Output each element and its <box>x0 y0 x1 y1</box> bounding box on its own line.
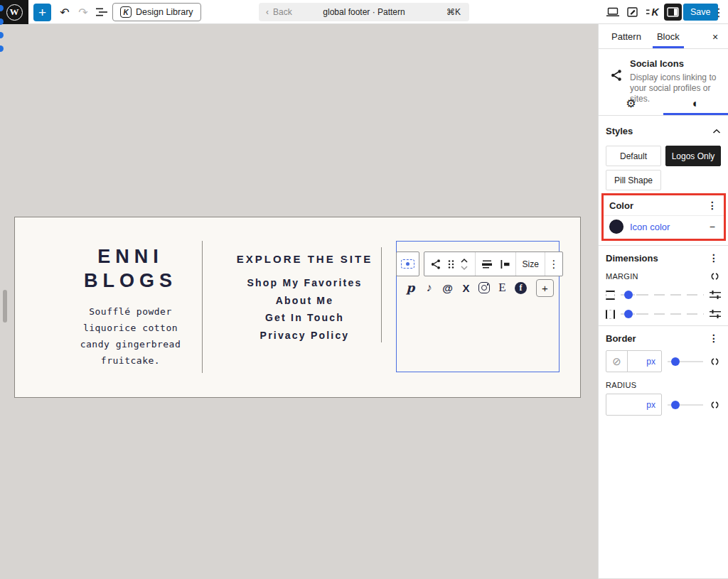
radius-input[interactable]: px <box>606 394 662 416</box>
size-dropdown-button[interactable]: Size <box>523 259 539 269</box>
drag-handle[interactable] <box>448 259 454 269</box>
command-palette-bar[interactable]: ‹ Back global footer · Pattern ⌘K <box>259 3 469 21</box>
dimensions-heading: Dimensions <box>606 253 658 264</box>
select-parent-block-button[interactable] <box>396 251 419 276</box>
block-card: Social Icons Display icons linking to yo… <box>599 49 728 92</box>
chevron-up-icon <box>712 129 721 134</box>
tab-block[interactable]: Block <box>653 24 684 48</box>
margin-vertical-slider[interactable] <box>621 291 704 299</box>
x-twitter-icon[interactable]: X <box>460 282 472 294</box>
site-title[interactable]: ENNI BLOGS <box>43 244 218 293</box>
design-library-icon: K <box>120 6 132 18</box>
slider-thumb[interactable] <box>671 401 680 409</box>
dimensions-options-button[interactable]: ⋮ <box>707 253 721 264</box>
radius-slider[interactable] <box>668 401 703 409</box>
border-width-slider[interactable] <box>668 357 703 366</box>
radius-label: RADIUS <box>606 381 636 389</box>
link-border-sides-button[interactable] <box>709 357 721 366</box>
style-option-pill-shape[interactable]: Pill Shape <box>606 170 661 190</box>
slider-thumb[interactable] <box>671 357 680 366</box>
remove-color-icon[interactable]: − <box>710 221 718 232</box>
social-icons-block-selected[interactable]: Size ⋮ p ♪ @ X E f + <box>396 241 560 372</box>
slider-thumb[interactable] <box>624 310 633 318</box>
list-view-button[interactable] <box>92 4 111 21</box>
nav-link-privacy[interactable]: Privacy Policy <box>225 327 385 345</box>
footer-pattern-preview: ENNI BLOGS Soufflé powder liquorice cott… <box>14 217 581 398</box>
canvas-scrollbar[interactable] <box>3 290 7 323</box>
style-option-default[interactable]: Default <box>606 146 661 166</box>
tab-pattern[interactable]: Pattern <box>607 24 646 48</box>
pinterest-icon[interactable]: p <box>405 281 417 295</box>
footer-nav-column: EXPLORE THE SITE Shop My Favorites About… <box>225 253 385 344</box>
color-options-button[interactable]: ⋮ <box>705 200 719 211</box>
link-icon <box>709 272 721 281</box>
icon-color-row[interactable]: Icon color − <box>604 216 724 237</box>
wordpress-logo[interactable]: W <box>0 0 28 24</box>
block-options-button[interactable]: ⋮ <box>549 258 560 271</box>
margin-horizontal-icon <box>606 310 615 319</box>
color-swatch[interactable] <box>609 220 623 234</box>
redo-button[interactable]: ↷ <box>74 4 92 21</box>
style-option-logos-only[interactable]: Logos Only <box>665 146 721 166</box>
redo-icon: ↷ <box>78 6 87 19</box>
dimensions-panel: Dimensions ⋮ MARGIN <box>599 245 728 325</box>
tab-settings[interactable]: ⚙ <box>599 92 663 115</box>
instagram-icon[interactable] <box>478 282 490 293</box>
link-icon <box>709 401 721 409</box>
block-inserter-button[interactable]: + <box>33 4 51 21</box>
parent-block-icon <box>401 259 414 269</box>
move-up-down-icon <box>460 257 469 271</box>
margin-horizontal-slider[interactable] <box>621 310 704 318</box>
back-button[interactable]: ‹ Back <box>259 7 309 17</box>
border-width-input-group: ⊘ px <box>606 350 662 372</box>
design-library-label: Design Library <box>136 7 193 17</box>
tiktok-icon[interactable]: ♪ <box>423 281 435 294</box>
border-width-unit[interactable]: px <box>628 351 661 372</box>
link-radius-corners-button[interactable] <box>709 401 721 409</box>
slider-thumb[interactable] <box>624 291 633 299</box>
undo-button[interactable]: ↶ <box>55 4 74 21</box>
collapse-panel-button[interactable] <box>712 129 721 134</box>
share-icon <box>430 259 441 270</box>
tab-styles[interactable]: ◐ <box>663 92 728 115</box>
etsy-icon[interactable]: E <box>496 281 508 295</box>
social-icons-block-icon <box>610 59 623 92</box>
icon-color-label: Icon color <box>630 222 703 232</box>
command-shortcut: ⌘K <box>419 7 469 17</box>
settings-sidebar: Pattern Block × Social Icons Display ico… <box>598 24 728 579</box>
design-library-k-button[interactable]: K <box>644 4 661 21</box>
justify-left-icon <box>499 259 510 270</box>
social-icons-list: p ♪ @ X E f + <box>405 278 554 298</box>
unlink-sides-button[interactable] <box>709 272 721 281</box>
threads-icon[interactable]: @ <box>441 282 454 294</box>
site-tagline[interactable]: Soufflé powder liquorice cotton candy gi… <box>43 303 218 369</box>
social-icons-block-type-button[interactable] <box>430 259 441 270</box>
preview-device-button[interactable] <box>604 4 621 21</box>
edit-mode-button[interactable] <box>624 4 641 21</box>
close-sidebar-button[interactable]: × <box>705 24 725 49</box>
design-library-button[interactable]: K Design Library <box>112 3 201 21</box>
undo-icon: ↶ <box>60 6 69 19</box>
color-panel-highlighted: Color ⋮ Icon color − <box>601 193 726 241</box>
contrast-icon: ◐ <box>692 97 700 110</box>
move-block-buttons[interactable] <box>460 257 469 271</box>
border-none-icon[interactable]: ⊘ <box>606 351 628 372</box>
block-card-title: Social Icons <box>630 58 717 70</box>
wordpress-w-icon: W <box>6 4 23 21</box>
nav-link-contact[interactable]: Get In Touch <box>225 309 385 327</box>
nav-link-about[interactable]: About Me <box>225 292 385 310</box>
margin-vertical-settings-button[interactable] <box>710 290 721 300</box>
border-options-button[interactable]: ⋮ <box>707 333 721 344</box>
nav-heading[interactable]: EXPLORE THE SITE <box>225 253 385 265</box>
document-title: global footer · Pattern <box>309 7 419 17</box>
options-menu-button[interactable]: ⋮ <box>712 4 726 21</box>
column-divider <box>381 247 382 342</box>
facebook-icon[interactable]: f <box>515 282 527 294</box>
justify-items-button[interactable] <box>499 259 510 270</box>
nav-link-shop[interactable]: Shop My Favorites <box>225 274 385 292</box>
margin-vertical-icon <box>606 291 615 300</box>
add-social-icon-button[interactable]: + <box>536 279 554 297</box>
settings-sidebar-toggle[interactable] <box>664 4 682 21</box>
vertical-align-button[interactable] <box>481 259 493 270</box>
margin-horizontal-settings-button[interactable] <box>710 309 721 319</box>
